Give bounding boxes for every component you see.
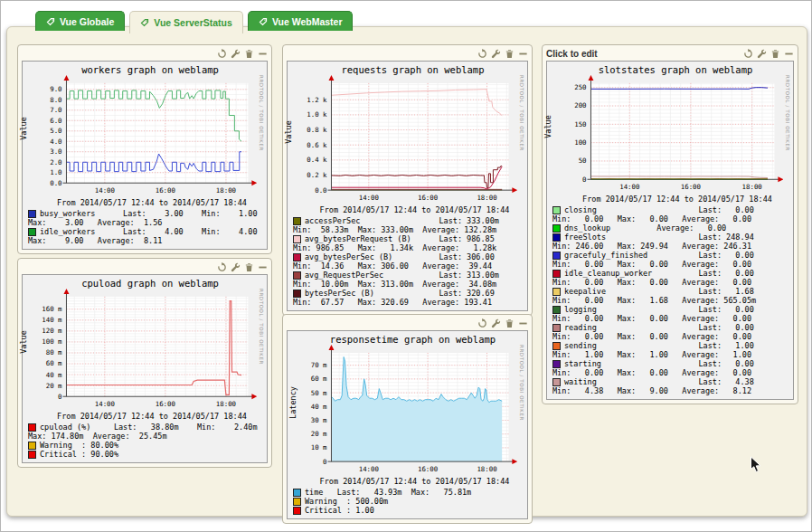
y-axis-label: Latency — [289, 345, 299, 476]
minimize-icon[interactable] — [518, 49, 528, 59]
legend-entry: Min: 0.00 Max: 0.00 Average: 0.00 — [552, 368, 791, 377]
legend-text: time Last: 43.93m Max: 75.81m — [305, 488, 471, 497]
legend-entry: Warning : 500.00m — [293, 497, 525, 506]
panel-header[interactable] — [287, 47, 528, 61]
tab-label: Vue Globale — [60, 16, 114, 27]
wrench-icon[interactable] — [231, 262, 241, 272]
svg-text:6.0: 6.0 — [50, 117, 61, 125]
minimize-icon[interactable] — [784, 49, 794, 59]
svg-text:50 m: 50 m — [311, 389, 327, 397]
svg-text:14:00: 14:00 — [619, 183, 639, 191]
svg-text:14:00: 14:00 — [95, 400, 115, 408]
legend-entry: Min: 1.00 Max: 1.00 Average: 1.00 — [552, 350, 791, 359]
panel-header[interactable] — [287, 317, 528, 330]
tab-vue-serverstatus[interactable]: Vue ServerStatus — [129, 11, 243, 33]
legend-color-swatch — [552, 224, 561, 233]
graph-body: Latency 010 m20 m30 m40 m50 m60 m70 m14:… — [289, 345, 525, 476]
graph-title: requests graph on weblamp — [289, 64, 525, 75]
legend-entry: Critical : 90.00% — [28, 450, 265, 459]
wrench-icon[interactable] — [491, 49, 501, 59]
wrench-icon[interactable] — [231, 49, 241, 59]
panel-header[interactable] — [22, 47, 268, 61]
legend-entry: Max: 9.00 Average: 8.11 — [28, 236, 265, 245]
legend-entry: Min: 0.00 Max: 0.00 Average: 0.00 — [552, 332, 791, 341]
tab-vue-webmaster[interactable]: Vue WebMaster — [248, 11, 354, 31]
graph-title: workers graph on weblamp — [24, 64, 265, 75]
svg-text:3.0: 3.0 — [50, 147, 61, 156]
panel-header[interactable]: Click to edit — [546, 47, 794, 61]
svg-text:140 m: 140 m — [42, 316, 62, 324]
panel-header[interactable] — [22, 261, 268, 274]
svg-text:16:00: 16:00 — [418, 194, 438, 202]
legend-entry: gracefuly_finished Last: 0.00 — [552, 251, 791, 260]
legend-entry: Min: 246.00 Max: 249.94 Average: 246.31 — [552, 242, 791, 251]
svg-text:40 m: 40 m — [311, 403, 327, 411]
dashboard-screen: Vue Globale Vue ServerStatus Vue WebMast… — [0, 0, 812, 532]
tab-label: Vue WebMaster — [272, 16, 343, 27]
legend-color-swatch — [552, 306, 561, 314]
legend-color-swatch — [293, 217, 301, 225]
graph-body: Value 05010015020025014:0016:0018:00 RRD… — [549, 75, 791, 194]
wrench-icon[interactable] — [757, 49, 767, 59]
refresh-icon[interactable] — [217, 49, 227, 59]
trash-icon[interactable] — [244, 49, 254, 59]
legend-entry: Warning : 80.00% — [28, 441, 265, 450]
trash-icon[interactable] — [505, 49, 515, 59]
panel-header-title[interactable]: Click to edit — [546, 49, 598, 59]
trash-icon[interactable] — [244, 262, 254, 272]
svg-text:0.2 k: 0.2 k — [307, 171, 327, 179]
wrench-icon[interactable] — [491, 318, 501, 328]
minimize-icon[interactable] — [518, 318, 528, 328]
minimize-icon[interactable] — [258, 49, 268, 59]
svg-text:70 m: 70 m — [311, 361, 327, 369]
tag-icon — [140, 18, 149, 27]
mouse-cursor — [750, 456, 762, 474]
svg-text:16:00: 16:00 — [156, 186, 175, 195]
refresh-icon[interactable] — [477, 49, 487, 59]
date-range: From 2014/05/17 12:44 to 2014/05/17 18:4… — [289, 477, 525, 486]
svg-text:2.0: 2.0 — [50, 158, 61, 166]
legend-text: Max: 3.00 Average: 1.56 — [28, 218, 162, 227]
legend-text: Min: 0.00 Max: 0.00 Average: 0.00 — [552, 214, 751, 223]
chart-plot: 010 m20 m30 m40 m50 m60 m70 m14:0016:001… — [299, 345, 517, 476]
trash-icon[interactable] — [770, 49, 780, 59]
rrdtool-watermark: RRDTOOL / TOBI OETIKER — [783, 75, 791, 194]
rrdtool-watermark: RRDTOOL / TOBI OETIKER — [257, 75, 265, 197]
svg-text:120 m: 120 m — [42, 327, 62, 335]
legend-color-swatch — [28, 451, 36, 459]
svg-text:0.8 k: 0.8 k — [307, 126, 327, 134]
legend-color-swatch — [293, 489, 301, 497]
dashboard-canvas: workers graph on weblamp Value 0.01.02.0… — [6, 26, 807, 517]
legend-color-swatch — [28, 228, 36, 236]
legend-entry: Min: 67.57 Max: 320.69 Average: 193.41 — [293, 298, 525, 307]
rrd-graph-image: workers graph on weblamp Value 0.01.02.0… — [22, 61, 268, 250]
legend-entry: Min: 10.00m Max: 313.00m Average: 34.08m — [293, 280, 525, 289]
legend-entry: cpuload (%) Last: 38.80m Min: 2.40m — [28, 423, 265, 432]
legend-entry: freeSlots Last: 248.94 — [552, 233, 791, 242]
legend-text: Warning : 80.00% — [40, 441, 118, 450]
legend-text: bytesPerSec (B) Last: 320.69 — [305, 289, 495, 298]
legend-text: avg_bytesPerRequest (B) Last: 986.85 — [305, 234, 495, 243]
legend-entry: time Last: 43.93m Max: 75.81m — [293, 488, 525, 497]
svg-text:1.0: 1.0 — [50, 168, 61, 176]
legend-text: logging Last: 0.00 — [564, 305, 754, 314]
legend-color-swatch — [552, 252, 561, 260]
svg-text:1.2 k: 1.2 k — [307, 96, 327, 104]
refresh-icon[interactable] — [217, 262, 227, 272]
graph-legend: accessPerSec Last: 333.00mMin: 58.33m Ma… — [289, 216, 525, 307]
refresh-icon[interactable] — [477, 318, 487, 328]
minimize-icon[interactable] — [258, 262, 268, 272]
tab-vue-globale[interactable]: Vue Globale — [35, 11, 125, 31]
legend-entry: keepalive Last: 1.68 — [552, 287, 791, 296]
rrd-graph-image: slotstates graph on weblamp Value 050100… — [546, 61, 794, 400]
date-range: From 2014/05/17 12:44 to 2014/05/17 18:4… — [24, 412, 265, 421]
chart-plot: 020 m40 m60 m80 m100 m120 m140 m160 m14:… — [34, 289, 257, 411]
trash-icon[interactable] — [505, 318, 515, 328]
svg-text:9.0: 9.0 — [50, 85, 61, 93]
view-tabs: Vue Globale Vue ServerStatus Vue WebMast… — [35, 11, 357, 33]
svg-text:20 m: 20 m — [46, 382, 62, 390]
legend-text: Min: 246.00 Max: 249.94 Average: 246.31 — [552, 242, 751, 251]
legend-text: waiting Last: 4.38 — [564, 377, 754, 386]
rrdtool-watermark: RRDTOOL / TOBI OETIKER — [257, 289, 265, 411]
refresh-icon[interactable] — [743, 49, 753, 59]
